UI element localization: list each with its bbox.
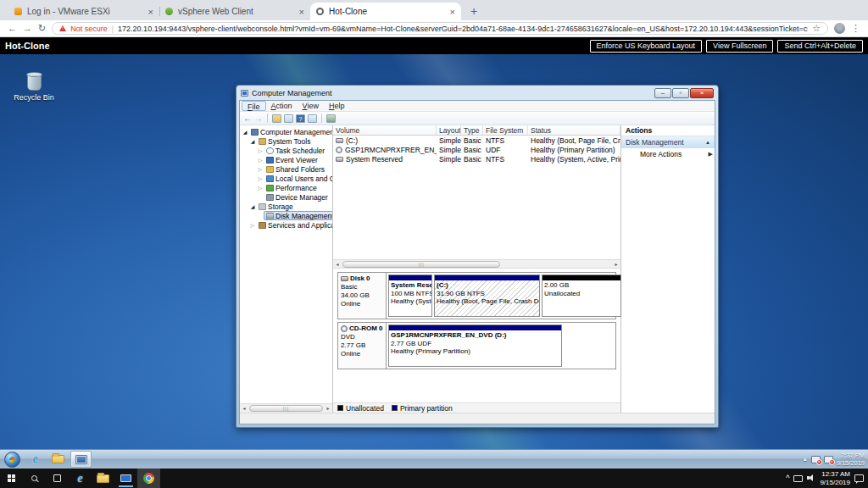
win7-ie-icon[interactable]: e xyxy=(25,451,46,468)
tree-item-event-viewer[interactable]: ▷ Event Viewer xyxy=(240,155,332,164)
win10-chrome-icon[interactable] xyxy=(137,469,160,488)
win7-start-orb[interactable] xyxy=(4,452,20,468)
tab-close-icon[interactable]: × xyxy=(450,8,455,16)
partition-cell[interactable]: 2.00 GB Unallocated xyxy=(542,274,621,317)
new-tab-button[interactable]: + xyxy=(466,3,481,19)
actions-group-disk-management[interactable]: Disk Management ▲ xyxy=(621,136,715,148)
window-pane2-icon[interactable] xyxy=(308,114,317,123)
toolbar-back-icon[interactable]: ← xyxy=(243,114,252,123)
win10-volume-icon[interactable] xyxy=(807,474,815,482)
win10-search-icon[interactable] xyxy=(23,469,46,488)
win10-clock[interactable]: 12:37 AM 9/15/2019 xyxy=(820,470,850,486)
volume-horizontal-scrollbar[interactable]: ◂ ||| ▸ xyxy=(333,259,620,269)
maximize-button[interactable]: ▫ xyxy=(672,88,689,98)
volume-row[interactable]: (C:) Simple Basic NTFS Healthy (Boot, Pa… xyxy=(333,136,620,145)
win7-hidden-icons-icon[interactable]: ▲ xyxy=(803,457,808,462)
tree-item-storage[interactable]: ◢ Storage xyxy=(240,202,332,211)
win7-explorer-icon[interactable] xyxy=(47,451,69,468)
column-header[interactable]: File System xyxy=(483,125,528,135)
win10-hidden-icons-icon[interactable]: ^ xyxy=(786,474,789,482)
tree-item-device-manager[interactable]: Device Manager xyxy=(240,192,332,202)
win10-start-icon[interactable] xyxy=(0,469,23,488)
win7-computer-management-taskbar-icon[interactable] xyxy=(70,451,92,468)
scroll-thumb[interactable]: ||| xyxy=(249,405,323,412)
tree-expander-icon[interactable]: ▷ xyxy=(257,185,264,191)
scroll-left-icon[interactable]: ◂ xyxy=(240,404,248,413)
win10-ie-icon[interactable]: e xyxy=(69,469,92,488)
tree-expander-icon[interactable]: ◢ xyxy=(249,203,256,209)
win7-clock[interactable]: 7:37 PM 9/15/2019 xyxy=(837,452,865,467)
tree-expander-icon[interactable]: ◢ xyxy=(242,129,248,135)
tree-item-performance[interactable]: ▷ Performance xyxy=(240,183,332,192)
tree-horizontal-scrollbar[interactable]: ◂ ||| ▸ xyxy=(240,403,332,413)
back-icon[interactable]: ← xyxy=(8,24,17,33)
tree-item-shared-folders[interactable]: ▷ Shared Folders xyxy=(240,164,332,174)
window-titlebar[interactable]: Computer Management – ▫ × xyxy=(236,86,718,100)
disk-label-cell[interactable]: Disk 0 Basic 34.00 GB Online xyxy=(338,273,387,319)
toolbar-forward-icon[interactable]: → xyxy=(254,114,263,123)
win10-pc-app-icon[interactable] xyxy=(114,469,137,488)
windows7-desktop[interactable]: Recycle Bin Computer Management – ▫ × Fi… xyxy=(0,54,868,449)
disk-tool-icon[interactable] xyxy=(326,114,336,123)
menu-item[interactable]: View xyxy=(298,101,324,111)
win10-action-center-icon[interactable] xyxy=(854,474,864,482)
console-button[interactable]: View Fullscreen xyxy=(706,40,773,53)
partition-cell[interactable]: (C:) 31.90 GB NTFS Healthy (Boot, Page F… xyxy=(434,274,540,317)
tree-expander-icon[interactable]: ▷ xyxy=(249,222,256,228)
win7-network-disconnected-icon[interactable]: × xyxy=(811,456,821,463)
reload-icon[interactable]: ↻ xyxy=(38,24,46,33)
forward-icon[interactable]: → xyxy=(23,24,32,33)
not-secure-label[interactable]: Not secure xyxy=(70,25,108,33)
column-header[interactable]: Volume xyxy=(333,125,437,135)
browser-tab-2[interactable]: Hot-Clone × xyxy=(310,3,461,20)
url-text[interactable]: 172.20.10.194:9443/vsphere-client/webcon… xyxy=(118,25,808,33)
tree-item-computer-management-local[interactable]: ◢ Computer Management (Local xyxy=(240,127,332,136)
tree-expander-icon[interactable]: ▷ xyxy=(257,157,264,163)
partition-cell[interactable]: GSP1RMCNPRXFRER_EN_DVD (D:) 2.77 GB UDF … xyxy=(388,324,562,367)
recycle-bin[interactable]: Recycle Bin xyxy=(7,73,61,102)
profile-avatar[interactable] xyxy=(834,23,845,34)
minimize-button[interactable]: – xyxy=(654,88,671,98)
recycle-bin-icon[interactable] xyxy=(27,73,42,91)
tab-close-icon[interactable]: × xyxy=(148,8,153,16)
win10-task-view-icon[interactable] xyxy=(46,469,69,488)
bookmark-star-icon[interactable]: ☆ xyxy=(812,23,821,34)
tree-item-task-scheduler[interactable]: ▷ Task Scheduler xyxy=(240,146,332,155)
tree-expander-icon[interactable]: ▷ xyxy=(257,147,264,153)
scroll-thumb[interactable]: ||| xyxy=(342,261,500,268)
tree-item-disk-management[interactable]: Disk Management xyxy=(240,211,332,220)
console-button[interactable]: Send Ctrl+Alt+Delete xyxy=(777,40,863,53)
win10-file-explorer-icon[interactable] xyxy=(92,469,114,488)
tree-item-system-tools[interactable]: ◢ System Tools xyxy=(240,136,332,146)
tree-item-services-and-applications[interactable]: ▷ Services and Applications xyxy=(240,220,332,230)
scroll-right-icon[interactable]: ▸ xyxy=(324,404,332,413)
browser-tab-1[interactable]: vSphere Web Client × xyxy=(159,3,310,20)
scroll-right-icon[interactable]: ▸ xyxy=(612,260,620,269)
column-header[interactable]: Type xyxy=(461,125,483,135)
tree-item-local-users-and-groups[interactable]: ▷ Local Users and Groups xyxy=(240,174,332,183)
console-button[interactable]: Enforce US Keyboard Layout xyxy=(590,40,703,53)
win10-network-icon[interactable] xyxy=(793,475,803,482)
tree-expander-icon[interactable]: ▷ xyxy=(257,175,264,181)
volume-row[interactable]: System Reserved Simple Basic NTFS Health… xyxy=(333,154,620,164)
tab-close-icon[interactable]: × xyxy=(299,8,304,16)
menu-item[interactable]: Action xyxy=(266,101,298,111)
partition-cell[interactable]: System Reserved 100 MB NTFS Healthy (Sys… xyxy=(388,274,432,317)
console-tree-toggle-icon[interactable] xyxy=(272,114,281,123)
tree-expander-icon[interactable]: ◢ xyxy=(249,138,256,144)
scroll-left-icon[interactable]: ◂ xyxy=(333,260,342,269)
win7-audio-muted-icon[interactable]: × xyxy=(824,456,833,463)
collapse-arrow-icon[interactable]: ▲ xyxy=(705,140,710,145)
help-icon[interactable]: ? xyxy=(296,114,305,123)
volume-row[interactable]: GSP1RMCNPRXFRER_EN_DVD (D:) Simple Basic… xyxy=(333,145,620,154)
window-pane-icon[interactable] xyxy=(284,114,293,123)
omnibox[interactable]: ! Not secure | 172.20.10.194:9443/vspher… xyxy=(52,22,828,35)
disk-label-cell[interactable]: CD-ROM 0 DVD 2.77 GB Online xyxy=(338,323,387,369)
not-secure-warning-icon[interactable]: ! xyxy=(59,25,66,31)
menu-item[interactable]: Help xyxy=(324,101,350,111)
browser-menu-icon[interactable]: ⋮ xyxy=(851,23,860,34)
more-actions-item[interactable]: More Actions ▶ xyxy=(621,148,715,160)
menu-item[interactable]: File xyxy=(242,101,266,111)
column-header[interactable]: Status xyxy=(528,125,620,135)
browser-tab-0[interactable]: Log in - VMware ESXi × xyxy=(8,3,159,20)
